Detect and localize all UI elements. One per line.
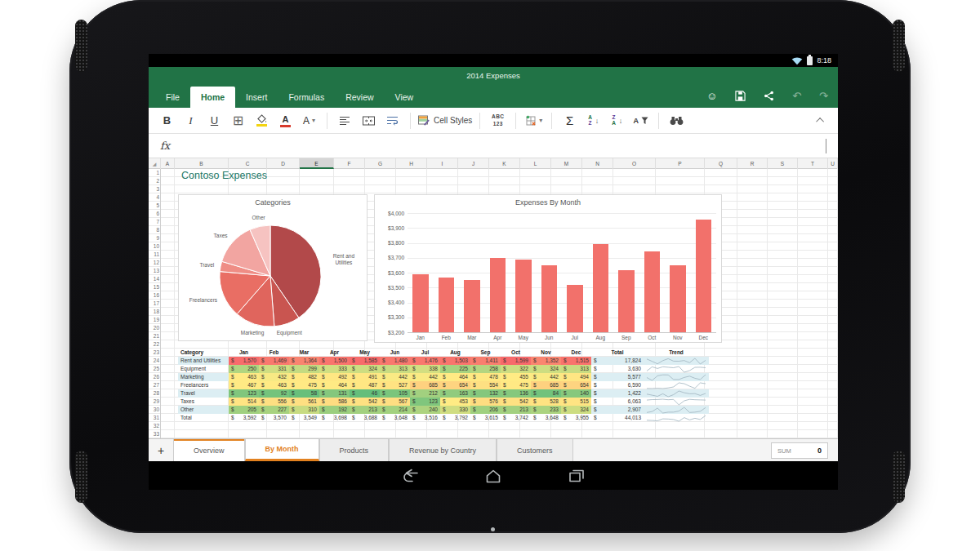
cell-styles-button[interactable]: Cell Styles <box>418 110 472 131</box>
table-header-oct[interactable]: Oct <box>501 349 531 357</box>
autosum-button[interactable]: Σ <box>559 110 580 131</box>
value-cell[interactable]: $58 <box>289 389 319 398</box>
value-cell[interactable]: $105 <box>380 389 410 398</box>
value-cell[interactable]: $1,500 <box>319 357 350 365</box>
value-cell[interactable]: $1,585 <box>350 357 380 365</box>
ribbon-tab-insert[interactable]: Insert <box>235 87 278 108</box>
row-header-29[interactable]: 29 <box>149 398 159 406</box>
total-cell[interactable]: $5,577 <box>591 373 644 381</box>
column-header-T[interactable]: T <box>798 158 828 169</box>
table-header-mar[interactable]: Mar <box>289 349 319 357</box>
bold-button[interactable]: B <box>157 110 177 131</box>
collapse-ribbon-button[interactable] <box>813 113 828 127</box>
value-cell[interactable]: $240 <box>410 406 440 414</box>
undo-icon[interactable]: ↶ <box>792 91 801 101</box>
value-cell[interactable]: $163 <box>440 389 470 398</box>
value-cell[interactable]: $464 <box>319 381 350 389</box>
row-header-31[interactable]: 31 <box>149 414 159 422</box>
value-cell[interactable]: $514 <box>229 398 259 406</box>
value-cell[interactable]: $1,570 <box>229 357 259 365</box>
value-cell[interactable]: $463 <box>229 373 259 381</box>
value-cell[interactable]: $330 <box>440 406 470 414</box>
value-cell[interactable]: $324 <box>350 365 380 373</box>
row-header-8[interactable]: 8 <box>149 226 159 234</box>
value-cell[interactable]: $212 <box>410 389 440 398</box>
row-header-10[interactable]: 10 <box>149 242 159 251</box>
row-header-6[interactable]: 6 <box>149 210 159 218</box>
value-cell[interactable]: $313 <box>561 365 591 373</box>
value-cell[interactable]: $1,515 <box>561 357 591 365</box>
row-header-27[interactable]: 27 <box>149 381 159 389</box>
value-cell[interactable]: $324 <box>531 365 561 373</box>
fill-color-button[interactable] <box>252 110 272 131</box>
trend-cell[interactable] <box>644 373 709 381</box>
value-cell[interactable]: $467 <box>229 381 259 389</box>
row-header-28[interactable]: 28 <box>149 389 159 398</box>
value-cell[interactable]: $432 <box>259 373 289 381</box>
table-header-jun[interactable]: Jun <box>380 349 410 357</box>
value-cell[interactable]: $3,688 <box>350 414 380 422</box>
wrap-text-button[interactable] <box>382 110 403 131</box>
value-cell[interactable]: $1,364 <box>289 357 319 365</box>
sheet-title-cell[interactable]: Contoso Expenses <box>181 170 267 181</box>
row-header-21[interactable]: 21 <box>149 332 159 340</box>
value-cell[interactable]: $333 <box>319 365 350 373</box>
row-header-32[interactable]: 32 <box>149 422 159 430</box>
cell-grid[interactable]: 1234567891011121314151617181920212223242… <box>149 169 838 438</box>
table-row-taxes[interactable]: Taxes$514$556$561$586$542$567$123$453$57… <box>178 398 709 406</box>
column-header-Q[interactable]: Q <box>705 158 737 169</box>
value-cell[interactable]: $3,742 <box>501 414 531 422</box>
trend-cell[interactable] <box>644 365 709 373</box>
row-header-33[interactable]: 33 <box>149 430 159 438</box>
sort-descending-button[interactable]: Z A ↓ <box>607 110 627 131</box>
value-cell[interactable]: $685 <box>410 381 440 389</box>
column-header-A[interactable]: A <box>161 158 175 169</box>
value-cell[interactable]: $492 <box>319 373 350 381</box>
font-color-button[interactable]: A <box>275 110 296 131</box>
column-header-N[interactable]: N <box>582 158 613 169</box>
value-cell[interactable]: $527 <box>380 381 410 389</box>
category-cell[interactable]: Marketing <box>178 373 229 381</box>
ribbon-tab-review[interactable]: Review <box>335 87 384 108</box>
value-cell[interactable]: $299 <box>289 365 319 373</box>
column-header-C[interactable]: C <box>229 158 267 169</box>
value-cell[interactable]: $205 <box>229 406 259 414</box>
value-cell[interactable]: $92 <box>259 389 289 398</box>
value-cell[interactable]: $258 <box>470 365 501 373</box>
sheet-tab-products[interactable]: Products <box>319 439 390 461</box>
value-cell[interactable]: $225 <box>440 365 470 373</box>
align-button[interactable] <box>335 110 355 131</box>
value-cell[interactable]: $1,480 <box>380 357 410 365</box>
value-cell[interactable]: $576 <box>470 398 501 406</box>
value-cell[interactable]: $567 <box>380 398 410 406</box>
value-cell[interactable]: $1,503 <box>440 357 470 365</box>
value-cell[interactable]: $132 <box>470 389 501 398</box>
value-cell[interactable]: $213 <box>501 406 531 414</box>
row-header-23[interactable]: 23 <box>149 349 159 357</box>
row-header-18[interactable]: 18 <box>149 308 159 316</box>
value-cell[interactable]: $487 <box>350 381 380 389</box>
value-cell[interactable]: $528 <box>531 398 561 406</box>
value-cell[interactable]: $214 <box>380 406 410 414</box>
value-cell[interactable]: $556 <box>259 398 289 406</box>
row-header-22[interactable]: 22 <box>149 340 159 349</box>
table-header-trend[interactable]: Trend <box>644 349 709 357</box>
column-header-D[interactable]: D <box>267 158 300 169</box>
share-icon[interactable] <box>764 91 774 101</box>
category-cell[interactable]: Other <box>178 406 229 414</box>
value-cell[interactable]: $494 <box>561 373 591 381</box>
value-cell[interactable]: $233 <box>531 406 561 414</box>
table-header-may[interactable]: May <box>350 349 380 357</box>
value-cell[interactable]: $654 <box>561 381 591 389</box>
sort-ascending-button[interactable]: A Z ↓ <box>583 110 604 131</box>
value-cell[interactable]: $338 <box>410 365 440 373</box>
row-header-30[interactable]: 30 <box>149 406 159 414</box>
italic-button[interactable]: I <box>180 110 201 131</box>
ribbon-tab-formulas[interactable]: Formulas <box>278 87 335 108</box>
total-cell[interactable]: $1,422 <box>591 389 644 398</box>
sheet-tab-by-month[interactable]: By Month <box>245 439 319 461</box>
back-button[interactable] <box>400 469 420 483</box>
value-cell[interactable]: $3,516 <box>410 414 440 422</box>
column-header-O[interactable]: O <box>613 158 656 169</box>
value-cell[interactable]: $3,648 <box>380 414 410 422</box>
